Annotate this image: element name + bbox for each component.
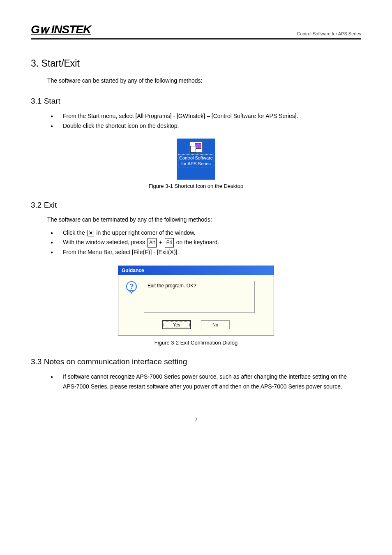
section-3-title: 3. Start/Exit <box>31 58 361 69</box>
figure-3-1-caption: Figure 3-1 Shortcut Icon on the Desktop <box>31 183 361 189</box>
exit-item-text-after: in the upper right corner of the window. <box>95 229 196 236</box>
notes-list: If software cannot recognize APS-7000 Se… <box>31 372 361 392</box>
list-item: With the window selected, press Alt + F4… <box>51 238 361 247</box>
section-3-3-title: 3.3 Notes on communication interface set… <box>31 357 361 366</box>
app-icon <box>189 142 203 153</box>
yes-button[interactable]: Yes <box>162 320 191 329</box>
close-icon: ✕ <box>88 230 94 236</box>
start-methods-list: From the Start menu, select [All Program… <box>31 111 361 131</box>
list-item: Double-click the shortcut icon on the de… <box>51 121 361 131</box>
page-header: Gᴡ INSTEK Control Software for APS Serie… <box>31 23 361 39</box>
no-button[interactable]: No <box>201 320 230 329</box>
exit-methods-list: Click the ✕ in the upper right corner of… <box>31 228 361 257</box>
plus-text: + <box>157 239 164 245</box>
svg-text:?: ? <box>129 282 134 291</box>
page-number: 7 <box>31 416 361 423</box>
dialog-button-row: Yes No <box>118 317 274 335</box>
exit-item-text-after: on the keyboard. <box>175 239 219 245</box>
f4-key-icon: F4 <box>165 238 174 247</box>
dialog-body: ? Exit the program. OK? <box>118 275 274 317</box>
exit-item-text: Click the <box>63 229 87 236</box>
section-3-1-title: 3.1 Start <box>31 97 361 106</box>
brand-logo: Gᴡ INSTEK <box>31 23 91 36</box>
list-item: From the Start menu, select [All Program… <box>51 111 361 121</box>
desktop-icon-figure: Control Software for APS Series <box>31 139 361 180</box>
section-3-intro: The software can be started by any of th… <box>31 76 361 85</box>
list-item: If software cannot recognize APS-7000 Se… <box>51 372 361 392</box>
question-icon: ? <box>125 281 138 294</box>
exit-item-text: From the Menu Bar, select [File(F)] - [E… <box>63 249 179 255</box>
desktop-icon-label: Control Software for APS Series <box>178 154 214 168</box>
dialog-message: Exit the program. OK? <box>144 281 255 313</box>
exit-dialog-figure: Guidance ? Exit the program. OK? Yes No <box>118 266 274 335</box>
list-item: Click the ✕ in the upper right corner of… <box>51 228 361 238</box>
alt-key-icon: Alt <box>148 238 157 247</box>
header-subtitle: Control Software for APS Series <box>297 31 361 36</box>
section-3-2-title: 3.2 Exit <box>31 201 361 210</box>
dialog-title-bar: Guidance <box>118 266 274 275</box>
guidance-dialog: Guidance ? Exit the program. OK? Yes No <box>118 266 274 335</box>
figure-3-2-caption: Figure 3-2 Exit Confirmation Dialog <box>31 340 361 346</box>
desktop-shortcut-icon: Control Software for APS Series <box>177 139 215 180</box>
list-item: From the Menu Bar, select [File(F)] - [E… <box>51 247 361 257</box>
exit-intro: The software can be terminated by any of… <box>31 215 361 224</box>
exit-item-text: With the window selected, press <box>63 239 147 245</box>
